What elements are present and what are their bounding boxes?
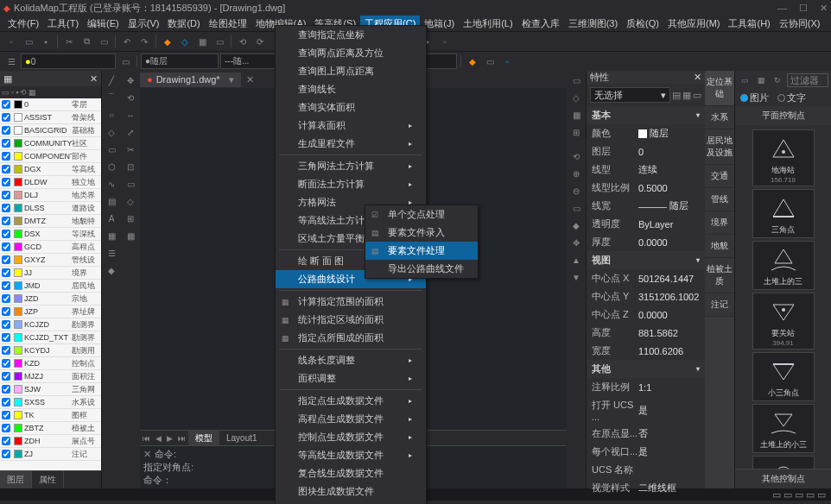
menu-11[interactable]: 检查入库 bbox=[517, 16, 564, 32]
sym-tool-icon[interactable]: ▭ bbox=[738, 73, 752, 87]
tool-icon[interactable]: ▫ bbox=[437, 34, 453, 49]
layer-row[interactable]: 0零层 bbox=[0, 98, 101, 111]
rtool-icon[interactable]: ▭ bbox=[568, 72, 584, 88]
prop-row[interactable]: 线型连续 bbox=[587, 161, 705, 179]
layer-tool-icon[interactable]: ▭ bbox=[2, 88, 10, 97]
mod-icon[interactable]: ◇ bbox=[123, 193, 138, 209]
layer-checkbox[interactable] bbox=[2, 294, 10, 303]
symbol-card[interactable]: 小三角点 bbox=[752, 352, 815, 401]
tool-icon[interactable]: ▭ bbox=[212, 34, 227, 49]
menu-2[interactable]: 编辑(E) bbox=[83, 16, 124, 32]
selection-combo[interactable]: 无选择▾ bbox=[590, 87, 670, 103]
layer-checkbox[interactable] bbox=[2, 307, 10, 316]
layer-checkbox[interactable] bbox=[2, 126, 10, 135]
menu-4[interactable]: 数据(D) bbox=[163, 16, 204, 32]
menu-item[interactable]: 控制点生成数据文件▸ bbox=[276, 428, 426, 446]
menu-item[interactable]: 复合线生成数据文件 bbox=[276, 464, 426, 482]
layer-checkbox[interactable] bbox=[2, 372, 10, 381]
layer-row[interactable]: KCYDJ勘测用 bbox=[0, 344, 101, 357]
rtool-icon[interactable]: ⊞ bbox=[568, 124, 584, 140]
tool-icon[interactable]: ◇ bbox=[177, 34, 193, 49]
layer-row[interactable]: JZP界址牌 bbox=[0, 306, 101, 318]
close-tab-icon[interactable]: ✕ bbox=[246, 74, 254, 85]
draw-icon[interactable]: ☰ bbox=[104, 245, 119, 261]
layer-row[interactable]: KCJZD_TXT勘测界 bbox=[0, 331, 101, 344]
mod-icon[interactable]: ⤢ bbox=[123, 124, 138, 140]
prop-row[interactable]: 宽度1100.6206 bbox=[587, 342, 705, 360]
layer-row[interactable]: JMD居民地 bbox=[0, 280, 101, 293]
rtool-icon[interactable]: ⊕ bbox=[568, 166, 584, 181]
layer-checkbox[interactable] bbox=[2, 424, 10, 432]
prop-row[interactable]: 厚度0.0000 bbox=[587, 233, 705, 251]
filter-input[interactable]: 过滤器 bbox=[787, 73, 828, 87]
mod-icon[interactable]: ✂ bbox=[123, 142, 138, 157]
prop-row[interactable]: 透明度ByLayer bbox=[587, 215, 705, 233]
tool-icon[interactable]: ◆ bbox=[465, 54, 480, 69]
close-icon[interactable]: ✕ bbox=[694, 72, 701, 83]
draw-icon[interactable]: ╱ bbox=[104, 72, 119, 88]
menu-item[interactable]: ☑单个交点处理 bbox=[365, 205, 478, 224]
prop-row[interactable]: 每个视口...是 bbox=[587, 443, 705, 461]
prop-section-header[interactable]: 其他▾ bbox=[587, 360, 705, 378]
category-item[interactable]: 水系 bbox=[705, 106, 734, 129]
layer-row[interactable]: GXYZ管线设 bbox=[0, 254, 101, 267]
tab-menu-icon[interactable]: ▾ bbox=[229, 74, 234, 85]
doc-tab[interactable]: ● Drawing1.dwg* ▾ bbox=[140, 72, 241, 87]
layer-checkbox[interactable] bbox=[2, 204, 10, 212]
prop-row[interactable]: 中心点 Y3151206.1002 bbox=[587, 287, 705, 306]
layer-checkbox[interactable] bbox=[2, 139, 10, 148]
rtool-icon[interactable]: ✥ bbox=[568, 235, 584, 250]
layer-row[interactable]: GCD高程点 bbox=[0, 241, 101, 254]
open-icon[interactable]: ▭ bbox=[21, 34, 36, 49]
menu-13[interactable]: 质检(Q) bbox=[622, 16, 663, 32]
redo-icon[interactable]: ↷ bbox=[136, 34, 152, 49]
prev-icon[interactable]: ◀ bbox=[153, 434, 164, 443]
prop-row[interactable]: 线宽——— 随层 bbox=[587, 197, 705, 215]
layer-checkbox[interactable] bbox=[2, 437, 10, 445]
layer-row[interactable]: SJW三角网 bbox=[0, 383, 101, 396]
cut-icon[interactable]: ✂ bbox=[61, 34, 77, 49]
menu-item[interactable]: 导出公路曲线文件 bbox=[365, 260, 478, 278]
prop-section-header[interactable]: 视图▾ bbox=[587, 251, 705, 269]
symbol-card[interactable]: 地海站156.718 bbox=[752, 129, 815, 186]
menu-item[interactable]: 等高线生成数据文件▸ bbox=[276, 446, 426, 464]
draw-icon[interactable]: ▭ bbox=[104, 142, 119, 157]
mod-icon[interactable]: ▦ bbox=[123, 228, 138, 243]
layer-tool-icon[interactable]: ▫ bbox=[11, 88, 14, 97]
tool-icon[interactable]: ◆ bbox=[160, 34, 175, 49]
menu-item[interactable]: ▦计算指定范围的面积 bbox=[276, 293, 426, 311]
layer-checkbox[interactable] bbox=[2, 243, 10, 251]
symbol-card[interactable]: 土堆上的三 bbox=[752, 241, 815, 290]
tool-icon[interactable]: ▭ bbox=[482, 54, 498, 69]
minimize-icon[interactable]: — bbox=[777, 3, 787, 14]
close-icon[interactable]: ✕ bbox=[90, 73, 98, 85]
draw-icon[interactable]: ○ bbox=[104, 107, 119, 123]
radio-text[interactable]: 文字 bbox=[777, 91, 806, 104]
layer-checkbox[interactable] bbox=[2, 268, 10, 277]
panel-icon[interactable]: ▦ bbox=[3, 73, 12, 85]
mod-icon[interactable]: ⊡ bbox=[123, 159, 138, 174]
category-item[interactable]: 交通 bbox=[705, 165, 734, 188]
prop-row[interactable]: 在原点显...否 bbox=[587, 425, 705, 443]
menu-item[interactable]: 查询指定点坐标 bbox=[276, 26, 426, 44]
layer-row[interactable]: DLDW独立地 bbox=[0, 176, 101, 189]
layer-checkbox[interactable] bbox=[2, 230, 10, 238]
tab-layout1[interactable]: Layout1 bbox=[219, 432, 264, 444]
rtool-icon[interactable]: ▭ bbox=[568, 200, 584, 216]
menu-item[interactable]: ▤要素文件录入 bbox=[365, 224, 478, 242]
menu-16[interactable]: 云协同(X) bbox=[775, 16, 825, 32]
color-select[interactable]: ●随层 bbox=[141, 54, 219, 69]
menu-item[interactable]: 指定点生成数据文件▸ bbox=[276, 392, 426, 410]
layer-checkbox[interactable] bbox=[2, 113, 10, 122]
sym-tool-icon[interactable]: ↻ bbox=[771, 73, 784, 87]
rtool-icon[interactable]: ⟲ bbox=[568, 148, 584, 164]
layer-row[interactable]: ZDH展点号 bbox=[0, 435, 101, 448]
menu-5[interactable]: 绘图处理 bbox=[205, 16, 251, 32]
layer-list[interactable]: 0零层ASSIST骨架线BASICGRID基础格COMMUNITY社区COMPO… bbox=[0, 98, 101, 470]
layer-tool-icon[interactable]: ▪ bbox=[16, 88, 18, 97]
draw-icon[interactable]: ◇ bbox=[104, 124, 119, 140]
prop-row[interactable]: 注释比例1:1 bbox=[587, 378, 705, 396]
layer-checkbox[interactable] bbox=[2, 191, 10, 199]
layer-row[interactable]: COMPONENT部件 bbox=[0, 150, 101, 163]
layer-icon[interactable]: ☰ bbox=[3, 54, 19, 69]
